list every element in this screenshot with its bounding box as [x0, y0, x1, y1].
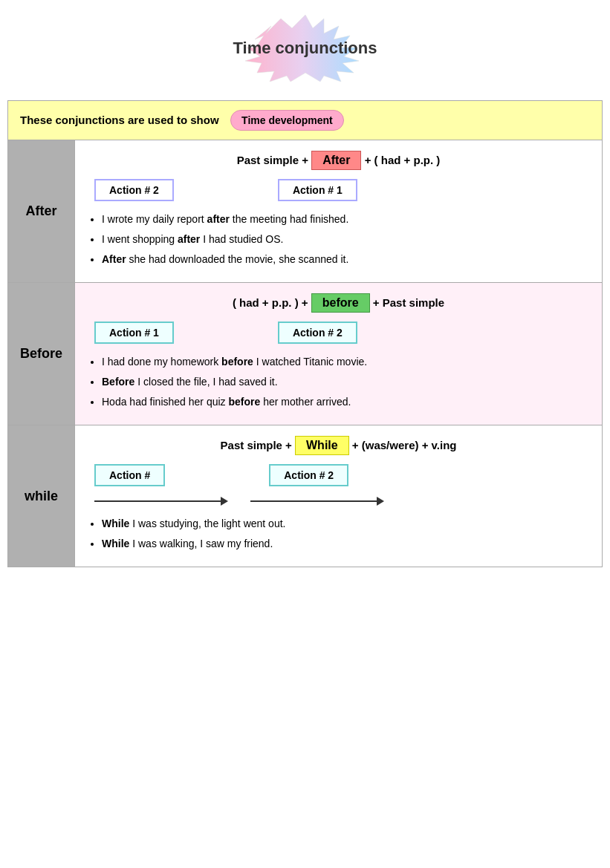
- after-label: After: [8, 140, 75, 283]
- while-formula-prefix: Past simple +: [221, 439, 295, 451]
- before-label: Before: [8, 283, 75, 425]
- arrow-shaft-2: [250, 500, 377, 502]
- while-examples: While I was studying, the light went out…: [87, 516, 590, 552]
- header-text: These conjunctions are used to show: [20, 114, 219, 126]
- before-formula-suffix: + Past simple: [373, 296, 444, 309]
- arrow-head-1: [221, 497, 228, 506]
- arrow-shaft-1: [94, 500, 221, 502]
- after-action2-box: Action # 2: [94, 179, 174, 201]
- while-example-2: While I was walking, I saw my friend.: [102, 536, 590, 552]
- after-action1-box: Action # 1: [278, 179, 357, 201]
- after-section-row: After Past simple + After + ( had + p.p.…: [8, 140, 603, 283]
- before-example-3: Hoda had finished her quiz before her mo…: [102, 394, 590, 410]
- before-examples: I had done my homework before I watched …: [87, 354, 590, 410]
- before-formula-prefix: ( had + p.p. ) +: [233, 296, 311, 309]
- title-area: Time conjunctions: [7, 7, 603, 85]
- header-cell: These conjunctions are used to show Time…: [8, 101, 603, 140]
- arrow-head-2: [377, 497, 384, 506]
- before-example-1: I had done my homework before I watched …: [102, 354, 590, 370]
- before-action2-box: Action # 2: [278, 322, 357, 344]
- before-section-row: Before ( had + p.p. ) + before + Past si…: [8, 283, 603, 425]
- while-label: while: [8, 425, 75, 567]
- while-content: Past simple + While + (was/were) + v.ing…: [75, 425, 603, 567]
- while-section-row: while Past simple + While + (was/were) +…: [8, 425, 603, 567]
- while-action2-box: Action # 2: [269, 464, 348, 486]
- header-row: These conjunctions are used to show Time…: [8, 101, 603, 140]
- before-example-2: Before I closed the file, I had saved it…: [102, 374, 590, 390]
- while-formula: Past simple + While + (was/were) + v.ing: [87, 436, 590, 455]
- before-action-boxes: Action # 1 Action # 2: [94, 322, 590, 344]
- after-keyword: After: [311, 151, 361, 170]
- while-action1-box: Action #: [94, 464, 165, 486]
- before-keyword: before: [311, 293, 370, 313]
- while-arrows: [94, 497, 583, 506]
- after-formula-suffix: + ( had + p.p. ): [365, 154, 441, 166]
- after-examples: I wrote my daily report after the meetin…: [87, 212, 590, 267]
- after-formula-prefix: Past simple +: [237, 154, 311, 166]
- time-dev-badge: Time development: [230, 110, 344, 131]
- page-title: Time conjunctions: [233, 39, 377, 58]
- after-formula: Past simple + After + ( had + p.p. ): [87, 151, 590, 170]
- after-action-boxes: Action # 2 Action # 1: [94, 179, 590, 201]
- before-action1-box: Action # 1: [94, 322, 174, 344]
- after-content: Past simple + After + ( had + p.p. ) Act…: [75, 140, 603, 283]
- after-example-3: After she had downloaded the movie, she …: [102, 252, 590, 267]
- while-example-1: While I was studying, the light went out…: [102, 516, 590, 532]
- arrow-line-1: [94, 497, 228, 506]
- before-content: ( had + p.p. ) + before + Past simple Ac…: [75, 283, 603, 425]
- arrow-line-2: [250, 497, 384, 506]
- after-example-2: I went shopping after I had studied OS.: [102, 232, 590, 247]
- before-formula: ( had + p.p. ) + before + Past simple: [87, 293, 590, 313]
- while-keyword: While: [295, 436, 349, 455]
- main-content-table: These conjunctions are used to show Time…: [7, 100, 603, 567]
- after-example-1: I wrote my daily report after the meetin…: [102, 212, 590, 227]
- burst-shape: Time conjunctions: [179, 15, 432, 82]
- while-formula-suffix: + (was/were) + v.ing: [352, 439, 457, 451]
- while-action-boxes: Action # Action # 2: [94, 464, 590, 486]
